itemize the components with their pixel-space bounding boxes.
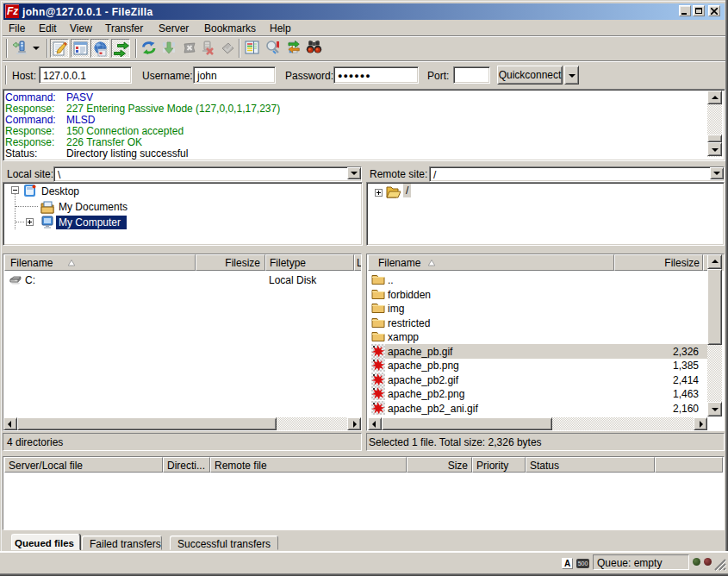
svg-text:Fz: Fz [7,5,18,17]
